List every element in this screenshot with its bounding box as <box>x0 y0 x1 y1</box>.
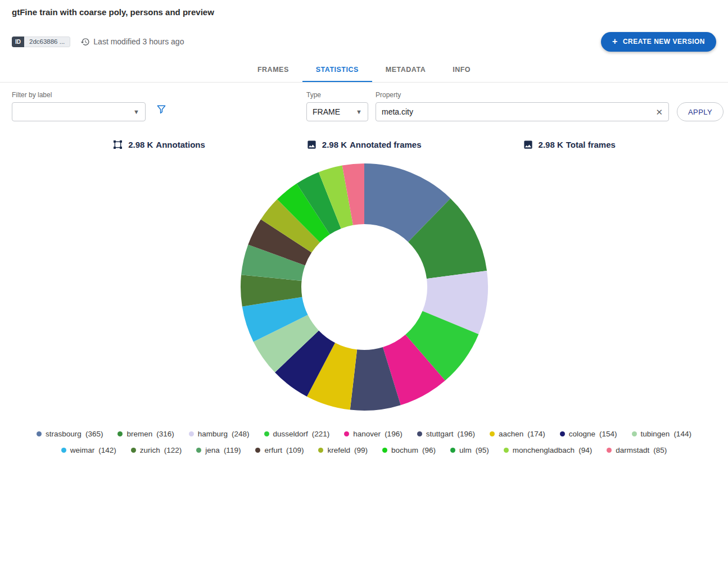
legend-label: darmstadt <box>616 446 649 454</box>
tab-statistics[interactable]: STATISTICS <box>302 57 372 82</box>
legend-label: ulm <box>459 446 472 454</box>
legend-item-dusseldorf[interactable]: dusseldorf(221) <box>264 430 330 438</box>
filter-row: Filter by label ▼ Type FRAME ▼ Property … <box>0 83 728 121</box>
history-icon <box>80 37 90 47</box>
stat-annotated-frames: 2.98 KAnnotated frames <box>306 139 422 150</box>
legend-dot <box>189 431 194 436</box>
stat-value: 2.98 K <box>128 140 153 149</box>
legend-label: strasbourg <box>46 430 82 438</box>
filter-by-label-field: Filter by label ▼ <box>12 91 146 121</box>
stat-annotations: 2.98 KAnnotations <box>112 139 205 150</box>
clear-x-icon[interactable]: ✕ <box>655 108 663 116</box>
legend-dot <box>318 448 323 453</box>
dataset-id-chip[interactable]: ID 2dc63886 ... <box>12 37 70 47</box>
filter-by-label-caption: Filter by label <box>12 91 146 99</box>
legend-dot <box>382 448 387 453</box>
legend-dot <box>255 448 260 453</box>
legend-item-cologne[interactable]: cologne(154) <box>560 430 617 438</box>
legend-count: (95) <box>476 446 489 454</box>
page-header: gtFine train with coarse poly, persons a… <box>0 0 728 17</box>
legend-count: (365) <box>85 430 103 438</box>
legend-dot <box>37 431 42 436</box>
legend-item-jena[interactable]: jena(119) <box>196 446 241 454</box>
legend-count: (85) <box>653 446 667 454</box>
create-new-version-label: CREATE NEW VERSION <box>623 38 705 45</box>
legend-dot <box>196 448 201 453</box>
legend-label: weimar <box>70 446 95 454</box>
legend-item-darmstadt[interactable]: darmstadt(85) <box>607 446 667 454</box>
property-input[interactable]: meta.city ✕ <box>376 102 669 121</box>
legend-label: cologne <box>569 430 595 438</box>
apply-button[interactable]: APPLY <box>677 102 724 121</box>
legend-dot <box>607 448 612 453</box>
legend-dot <box>117 431 123 436</box>
chevron-down-icon: ▼ <box>133 108 139 115</box>
last-modified: Last modified 3 hours ago <box>80 37 184 47</box>
property-caption: Property <box>376 91 669 99</box>
legend-item-erfurt[interactable]: erfurt(109) <box>255 446 304 454</box>
legend-item-weimar[interactable]: weimar(142) <box>61 446 116 454</box>
legend-item-aachen[interactable]: aachen(174) <box>490 430 545 438</box>
annotations-icon <box>112 139 123 150</box>
legend-label: bremen <box>126 430 152 438</box>
legend-label: jena <box>205 446 220 454</box>
legend-count: (174) <box>527 430 545 438</box>
property-field: Property meta.city ✕ <box>376 91 669 121</box>
legend-item-monchengladbach[interactable]: monchengladbach(94) <box>504 446 592 454</box>
legend-label: monchengladbach <box>513 446 575 454</box>
legend-item-hamburg[interactable]: hamburg(248) <box>189 430 250 438</box>
stat-value: 2.98 K <box>322 140 347 149</box>
filter-by-label-select[interactable]: ▼ <box>12 102 146 121</box>
last-modified-text: Last modified 3 hours ago <box>93 37 184 46</box>
legend-item-stuttgart[interactable]: stuttgart(196) <box>417 430 475 438</box>
donut-chart <box>237 160 491 414</box>
legend-item-bremen[interactable]: bremen(316) <box>117 430 174 438</box>
stat-label: Total frames <box>566 140 616 149</box>
stat-label: Annotated frames <box>350 140 422 149</box>
legend-label: hamburg <box>198 430 228 438</box>
legend-item-ulm[interactable]: ulm(95) <box>450 446 489 454</box>
tab-frames[interactable]: FRAMES <box>244 57 302 82</box>
meta-row: ID 2dc63886 ... Last modified 3 hours ag… <box>0 31 728 52</box>
legend-label: erfurt <box>264 446 282 454</box>
type-value: FRAME <box>313 107 340 116</box>
legend-dot <box>632 431 637 436</box>
legend-item-strasbourg[interactable]: strasbourg(365) <box>37 430 103 438</box>
image-icon <box>523 139 533 150</box>
legend-count: (96) <box>422 446 436 454</box>
legend-count: (154) <box>599 430 617 438</box>
stats-row: 2.98 KAnnotations2.98 KAnnotated frames2… <box>0 139 728 150</box>
legend-count: (142) <box>98 446 116 454</box>
legend-dot <box>264 431 269 436</box>
stat-total-frames: 2.98 KTotal frames <box>523 139 616 150</box>
legend-count: (248) <box>232 430 250 438</box>
type-caption: Type <box>306 91 368 99</box>
legend-label: krefeld <box>327 446 350 454</box>
legend-label: stuttgart <box>426 430 454 438</box>
legend-label: hanover <box>353 430 381 438</box>
legend-item-bochum[interactable]: bochum(96) <box>382 446 436 454</box>
legend-item-zurich[interactable]: zurich(122) <box>131 446 182 454</box>
legend-count: (196) <box>457 430 475 438</box>
id-value: 2dc63886 ... <box>24 37 70 47</box>
tabs-bar: FRAMES STATISTICS METADATA INFO <box>0 57 728 83</box>
property-value: meta.city <box>382 107 413 116</box>
chart-legend: strasbourg(365)bremen(316)hamburg(248)du… <box>0 430 728 454</box>
filter-funnel-icon[interactable] <box>156 104 167 117</box>
legend-item-hanover[interactable]: hanover(196) <box>344 430 402 438</box>
legend-count: (109) <box>286 446 304 454</box>
type-select[interactable]: FRAME ▼ <box>306 102 368 121</box>
legend-row: weimar(142)zurich(122)jena(119)erfurt(10… <box>61 446 667 454</box>
legend-row: strasbourg(365)bremen(316)hamburg(248)du… <box>37 430 691 438</box>
legend-item-krefeld[interactable]: krefeld(99) <box>318 446 368 454</box>
legend-count: (99) <box>354 446 368 454</box>
tab-metadata[interactable]: METADATA <box>372 57 439 82</box>
create-new-version-button[interactable]: + CREATE NEW VERSION <box>601 32 716 52</box>
chart-area <box>0 160 728 414</box>
legend-label: tubingen <box>641 430 670 438</box>
legend-label: bochum <box>391 446 418 454</box>
legend-item-tubingen[interactable]: tubingen(144) <box>632 430 691 438</box>
legend-dot <box>131 448 136 453</box>
tab-info[interactable]: INFO <box>439 57 484 82</box>
legend-count: (144) <box>673 430 691 438</box>
